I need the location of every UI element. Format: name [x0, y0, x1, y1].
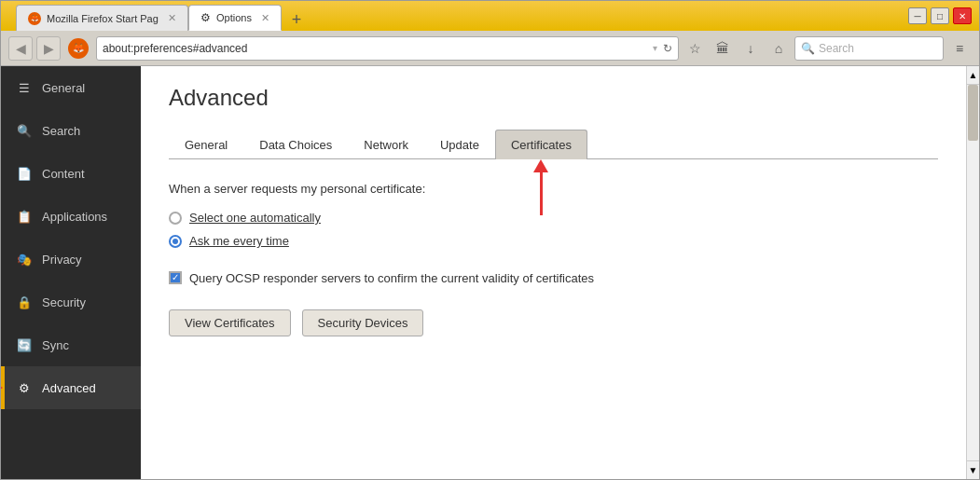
sidebar-item-general[interactable]: ☰ General: [1, 66, 141, 109]
sidebar-item-applications[interactable]: 📋 Applications: [1, 195, 141, 238]
tab-firefox-label: Mozilla Firefox Start Page: [47, 13, 159, 24]
up-arrow-shaft: [540, 172, 543, 215]
radio-ask-button[interactable]: [169, 235, 182, 248]
radio-ask[interactable]: Ask me every time: [169, 234, 938, 248]
sidebar: ☰ General 🔍 Search 📄 Content 📋 Applicati…: [1, 66, 141, 479]
new-tab-button[interactable]: +: [285, 8, 308, 31]
tab-options-label: Options: [216, 12, 252, 23]
firefox-icon: 🦊: [68, 38, 89, 59]
download-icon[interactable]: ↓: [738, 36, 763, 61]
reload-icon[interactable]: ↻: [663, 42, 672, 55]
sync-icon: 🔄: [16, 336, 33, 353]
arrow-head-icon: [1, 380, 3, 395]
content-icon: 📄: [16, 165, 33, 182]
sidebar-item-general-label: General: [42, 81, 85, 95]
active-indicator-arrow: [1, 380, 3, 395]
advanced-icon: ⚙: [16, 379, 33, 396]
search-icon: 🔍: [801, 42, 815, 55]
dropdown-icon: ▾: [653, 43, 657, 53]
sidebar-item-advanced[interactable]: ⚙ Advanced: [1, 366, 141, 409]
radio-auto-label: Select one automatically: [189, 211, 321, 225]
window-controls: ─ □ ✕: [908, 7, 972, 24]
sidebar-item-security-label: Security: [42, 295, 86, 309]
cert-radio-group: Select one automatically Ask me every ti…: [169, 211, 938, 248]
scroll-down-button[interactable]: ▼: [967, 460, 979, 479]
sidebar-item-search-label: Search: [42, 124, 80, 138]
up-arrow-head-icon: [533, 159, 548, 172]
applications-icon: 📋: [16, 208, 33, 225]
content-pane: Advanced General Data Choices Network Up…: [141, 66, 966, 479]
sidebar-item-sync[interactable]: 🔄 Sync: [1, 323, 141, 366]
tab-firefox-close-icon[interactable]: ✕: [168, 12, 176, 24]
cert-buttons: View Certificates Security Devices: [169, 309, 938, 336]
tab-options-close-icon[interactable]: ✕: [261, 12, 269, 24]
sidebar-item-search[interactable]: 🔍 Search: [1, 109, 141, 152]
view-certificates-button[interactable]: View Certificates: [169, 309, 291, 336]
tab-options[interactable]: ⚙ Options ✕: [188, 5, 282, 31]
search-bar[interactable]: 🔍 Search: [794, 36, 944, 61]
content-tabs: General Data Choices Network Update Cert…: [169, 130, 938, 159]
scroll-thumb[interactable]: [968, 85, 978, 141]
sidebar-item-content-label: Content: [42, 167, 85, 181]
sidebar-item-advanced-label: Advanced: [42, 381, 96, 395]
browser-window: 🦊 Mozilla Firefox Start Page ✕ ⚙ Options…: [0, 0, 980, 480]
tab-data-choices[interactable]: Data Choices: [243, 130, 348, 159]
sidebar-item-privacy-label: Privacy: [42, 253, 82, 267]
radio-auto[interactable]: Select one automatically: [169, 211, 938, 225]
title-bar: 🦊 Mozilla Firefox Start Page ✕ ⚙ Options…: [1, 1, 979, 31]
cert-request-label: When a server requests my personal certi…: [169, 182, 938, 196]
sidebar-item-privacy[interactable]: 🎭 Privacy: [1, 238, 141, 281]
sidebar-item-security[interactable]: 🔒 Security: [1, 281, 141, 323]
ocsp-checkbox[interactable]: ✓: [169, 271, 182, 284]
sidebar-item-sync-label: Sync: [42, 338, 69, 352]
tab-certificates[interactable]: Certificates: [495, 130, 587, 159]
nav-bar: ◀ ▶ 🦊 about:preferences#advanced ▾ ↻ ☆ 🏛…: [1, 31, 979, 66]
bookmark-icon[interactable]: ☆: [683, 36, 707, 61]
sidebar-item-applications-label: Applications: [42, 210, 107, 224]
ocsp-checkbox-row: ✓ Query OCSP responder servers to confir…: [169, 270, 938, 287]
general-icon: ☰: [16, 79, 33, 96]
gear-icon: ⚙: [200, 11, 211, 24]
tab-firefox[interactable]: 🦊 Mozilla Firefox Start Page ✕: [16, 5, 188, 31]
forward-button[interactable]: ▶: [36, 36, 61, 61]
address-bar[interactable]: about:preferences#advanced ▾ ↻: [96, 36, 679, 61]
security-icon: 🔒: [16, 294, 33, 310]
firefox-favicon-icon: 🦊: [28, 12, 41, 25]
privacy-icon: 🎭: [16, 251, 33, 267]
tab-network[interactable]: Network: [348, 130, 424, 159]
scroll-up-button[interactable]: ▲: [967, 66, 979, 85]
back-button[interactable]: ◀: [8, 36, 33, 61]
minimize-button[interactable]: ─: [908, 7, 927, 24]
checkbox-check-icon: ✓: [172, 273, 179, 282]
maximize-button[interactable]: □: [931, 7, 949, 24]
main-area: ☰ General 🔍 Search 📄 Content 📋 Applicati…: [1, 66, 979, 479]
search-placeholder: Search: [819, 42, 854, 55]
radio-selected-dot: [173, 239, 178, 244]
scroll-track[interactable]: [967, 85, 979, 460]
close-button[interactable]: ✕: [953, 7, 972, 24]
sidebar-item-content[interactable]: 📄 Content: [1, 152, 141, 195]
tab-bar: 🦊 Mozilla Firefox Start Page ✕ ⚙ Options…: [8, 1, 904, 31]
history-icon[interactable]: 🏛: [711, 36, 735, 61]
scrollbar[interactable]: ▲ ▼: [966, 66, 979, 479]
menu-icon[interactable]: ≡: [947, 36, 972, 61]
page-title: Advanced: [169, 85, 938, 111]
radio-auto-button[interactable]: [169, 212, 182, 225]
tab-update[interactable]: Update: [424, 130, 495, 159]
tab-general[interactable]: General: [169, 130, 243, 159]
address-text: about:preferences#advanced: [103, 42, 653, 55]
home-icon[interactable]: ⌂: [766, 36, 791, 61]
security-devices-button[interactable]: Security Devices: [302, 309, 424, 336]
radio-ask-label: Ask me every time: [189, 234, 289, 248]
search-sidebar-icon: 🔍: [16, 122, 33, 139]
certificate-tab-arrow: [533, 159, 548, 215]
ocsp-checkbox-label: Query OCSP responder servers to confirm …: [189, 270, 594, 287]
